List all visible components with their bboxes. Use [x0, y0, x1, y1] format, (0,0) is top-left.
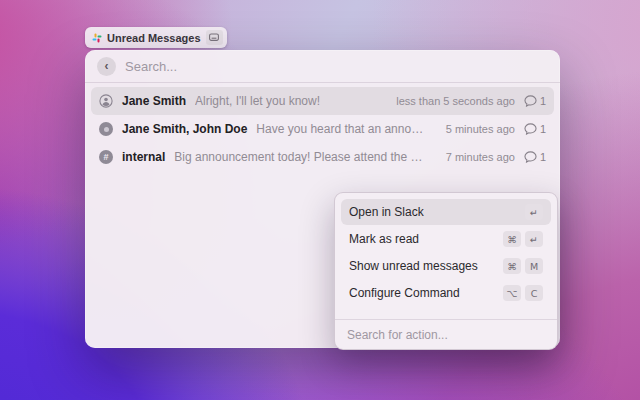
comment-count-badge: 1	[524, 151, 546, 163]
menu-item-mark-as-read[interactable]: Mark as read ⌘ ↵	[341, 226, 551, 252]
group-avatar-icon	[99, 122, 113, 136]
message-preview: Have you heard that an announcement is c…	[256, 122, 427, 136]
comment-bubble-icon	[524, 123, 537, 135]
action-menu-panel: Open in Slack ↵ Mark as read ⌘ ↵ Show un…	[334, 192, 558, 350]
shortcut-keys: ⌥ C	[503, 285, 543, 301]
key-c: C	[525, 285, 543, 301]
menu-item-label: Configure Command	[349, 286, 503, 300]
shortcut-keys: ↵	[525, 204, 543, 220]
command-chip-unread-messages[interactable]: Unread Messages	[85, 27, 227, 48]
message-title: Jane Smith	[122, 94, 186, 108]
comment-count-badge: 1	[524, 95, 546, 107]
key-return: ↵	[525, 204, 543, 220]
menu-item-open-in-slack[interactable]: Open in Slack ↵	[341, 199, 551, 225]
hotkey-badge-icon	[206, 30, 223, 45]
person-icon	[99, 94, 113, 108]
message-title: internal	[122, 150, 165, 164]
action-search-input[interactable]	[347, 328, 545, 342]
message-timestamp: less than 5 seconds ago	[396, 95, 515, 107]
comment-count: 1	[540, 123, 546, 135]
key-command: ⌘	[503, 258, 521, 274]
message-row-internal[interactable]: # internal Big announcement today! Pleas…	[91, 143, 554, 171]
message-row-jane-smith-john-doe[interactable]: Jane Smith, John Doe Have you heard that…	[91, 115, 554, 143]
back-button[interactable]: ‹	[97, 57, 116, 76]
key-m: M	[525, 258, 543, 274]
search-bar: ‹	[85, 50, 560, 83]
key-option: ⌥	[503, 285, 521, 301]
comment-bubble-icon	[524, 95, 537, 107]
shortcut-keys: ⌘ ↵	[503, 231, 543, 247]
message-list: Jane Smith Alright, I'll let you know! l…	[85, 83, 560, 175]
menu-item-show-unread-messages[interactable]: Show unread messages ⌘ M	[341, 253, 551, 279]
message-timestamp: 5 minutes ago	[446, 123, 515, 135]
comment-count: 1	[540, 151, 546, 163]
action-search-bar	[335, 319, 557, 349]
slack-icon	[92, 33, 102, 43]
menu-item-label: Show unread messages	[349, 259, 503, 273]
message-preview: Big announcement today! Please attend th…	[174, 150, 427, 164]
menu-item-label: Open in Slack	[349, 205, 525, 219]
message-title: Jane Smith, John Doe	[122, 122, 247, 136]
comment-bubble-icon	[524, 151, 537, 163]
channel-icon: #	[99, 150, 113, 164]
comment-count-badge: 1	[524, 123, 546, 135]
chip-label: Unread Messages	[107, 32, 201, 44]
search-input[interactable]	[125, 59, 548, 74]
action-menu-items: Open in Slack ↵ Mark as read ⌘ ↵ Show un…	[335, 193, 557, 319]
message-preview: Alright, I'll let you know!	[195, 94, 320, 108]
message-row-jane-smith[interactable]: Jane Smith Alright, I'll let you know! l…	[91, 87, 554, 115]
chevron-left-icon: ‹	[105, 60, 109, 72]
key-return: ↵	[525, 231, 543, 247]
shortcut-keys: ⌘ M	[503, 258, 543, 274]
menu-item-configure-command[interactable]: Configure Command ⌥ C	[341, 280, 551, 306]
comment-count: 1	[540, 95, 546, 107]
menu-item-label: Mark as read	[349, 232, 503, 246]
message-timestamp: 7 minutes ago	[446, 151, 515, 163]
key-command: ⌘	[503, 231, 521, 247]
